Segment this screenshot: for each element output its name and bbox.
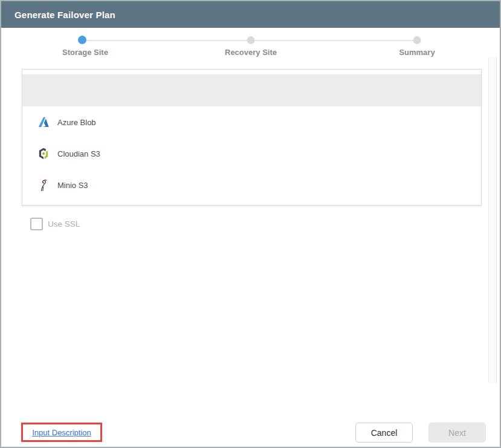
step-dot-storage-site	[78, 36, 86, 44]
step-label-storage-site: Storage Site	[62, 48, 108, 57]
dialog-titlebar: Generate Failover Plan	[1, 1, 500, 28]
next-button[interactable]: Next	[428, 423, 486, 443]
wizard-stepper: Storage Site Recovery Site Summary	[1, 28, 500, 63]
scrollbar-track[interactable]	[488, 57, 497, 383]
step-label-recovery-site: Recovery Site	[225, 48, 277, 57]
list-item-label: Azure Blob	[57, 118, 96, 127]
generate-failover-plan-dialog: Generate Failover Plan Storage Site Reco…	[0, 0, 501, 448]
step-dot-recovery-site	[247, 36, 255, 44]
step-label-summary: Summary	[399, 48, 435, 57]
minio-icon	[37, 178, 50, 192]
list-header-row	[22, 74, 481, 106]
cancel-button[interactable]: Cancel	[355, 423, 413, 443]
list-item-azure-blob[interactable]: Azure Blob	[22, 106, 481, 138]
cloudian-icon	[37, 147, 50, 160]
azure-icon	[37, 115, 50, 129]
use-ssl-checkbox[interactable]	[30, 218, 43, 230]
annotation-highlight-box: Input Description	[21, 423, 102, 442]
step-dot-summary	[413, 36, 421, 44]
dialog-title: Generate Failover Plan	[15, 10, 115, 20]
input-description-link[interactable]: Input Description	[32, 428, 91, 437]
use-ssl-row: Use SSL	[30, 218, 80, 230]
list-item-label: Minio S3	[57, 181, 88, 190]
list-item-minio-s3[interactable]: Minio S3	[22, 169, 481, 201]
storage-type-panel: Azure Blob Cloudian S3 Minio S3	[22, 69, 482, 206]
list-item-cloudian-s3[interactable]: Cloudian S3	[22, 138, 481, 169]
list-item-label: Cloudian S3	[57, 149, 100, 158]
use-ssl-label: Use SSL	[48, 219, 80, 229]
